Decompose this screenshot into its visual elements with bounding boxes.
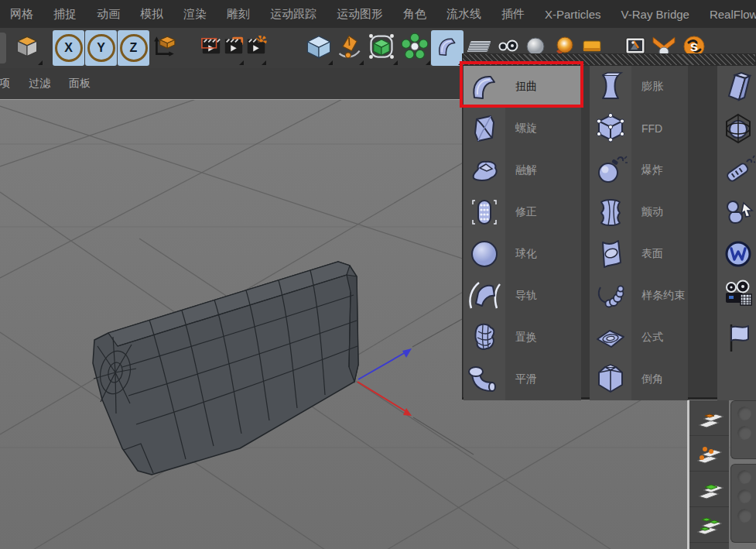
disabled-icon — [737, 426, 751, 440]
menu-mesh[interactable]: 网格 — [0, 7, 43, 22]
vp-menu-options[interactable]: 选项 — [0, 77, 10, 91]
bulge-icon — [590, 66, 631, 108]
menu-sculpt[interactable]: 雕刻 — [217, 7, 260, 22]
deformer-column-1: 扭曲 螺旋 融解 修正 球化 导轨 — [464, 66, 581, 400]
deformer-item-ffd[interactable]: FFD — [590, 108, 688, 149]
deformer-item-rail[interactable]: 导轨 — [464, 275, 581, 317]
subdivision-surface-icon — [368, 33, 395, 63]
axis-z-arrowhead — [402, 348, 412, 358]
menu-plugins[interactable]: 插件 — [491, 7, 535, 22]
explosion-icon — [590, 149, 631, 191]
deformer-item-bevel[interactable]: 倒角 — [590, 359, 688, 400]
formula-icon — [590, 317, 631, 359]
right-icon-strip — [689, 400, 729, 549]
strip-button-stairs-orange-dots[interactable] — [689, 436, 729, 472]
displacer-icon — [464, 317, 505, 359]
axis-x-red[interactable] — [357, 382, 405, 411]
cinema4d-window: 网格 捕捉 动画 模拟 渲染 雕刻 运动跟踪 运动图形 角色 流水线 插件 X-… — [0, 0, 756, 549]
render-settings-button[interactable] — [245, 30, 267, 66]
render-view-button[interactable] — [200, 30, 222, 66]
render-settings-icon — [245, 36, 267, 60]
morph-icon[interactable] — [717, 191, 756, 233]
deformer-item-displacer[interactable]: 置换 — [464, 317, 581, 359]
deformer-item-correction[interactable]: 修正 — [464, 191, 581, 233]
axis-x-arrowhead — [403, 408, 412, 416]
deformer-item-smoothing[interactable]: 平滑 — [464, 359, 581, 400]
strip-button-dotted-circle[interactable] — [689, 543, 729, 549]
menu-pipeline[interactable]: 流水线 — [436, 7, 491, 22]
axis-lock-x-button[interactable]: X — [53, 30, 84, 66]
explosion-fx-icon[interactable] — [717, 149, 756, 191]
strip-button-stairs-green[interactable] — [689, 472, 729, 507]
menu-mograph[interactable]: 运动图形 — [327, 7, 393, 22]
menu-vray-bridge[interactable]: V-Ray Bridge — [611, 8, 700, 21]
polygon-object[interactable] — [93, 262, 358, 475]
disabled-icon — [737, 489, 751, 503]
deformer-item-spherify[interactable]: 球化 — [464, 233, 581, 275]
camera-deformer-icon[interactable] — [717, 275, 756, 317]
deformer-item-formula[interactable]: 公式 — [590, 317, 688, 359]
disabled-icon — [737, 407, 751, 420]
menu-motion-tracker[interactable]: 运动跟踪 — [260, 7, 327, 22]
cube-primitive-button[interactable] — [304, 30, 334, 66]
render-picture-viewer-icon — [223, 36, 245, 60]
wind-icon[interactable] — [717, 317, 756, 359]
deformer-palette-button[interactable] — [431, 30, 464, 66]
clipped-toolbar-button[interactable] — [0, 33, 6, 63]
mograph-array-button[interactable] — [399, 30, 431, 66]
strip-button-stairs-green-dots[interactable] — [689, 507, 729, 543]
spline-pen-button[interactable] — [334, 30, 364, 66]
menu-animation[interactable]: 动画 — [87, 7, 130, 22]
vp-menu-panel[interactable]: 面板 — [69, 77, 91, 91]
coordinate-system-icon — [152, 34, 176, 62]
deformer-item-bend[interactable]: 扭曲 — [464, 66, 581, 108]
strip-button-stairs-orange[interactable] — [689, 400, 729, 436]
deformer-item-surface[interactable]: 表面 — [590, 233, 688, 275]
deformer-item-jiggle[interactable]: 颤动 — [590, 191, 688, 233]
surface-icon — [590, 233, 631, 275]
axis-lock-y-button[interactable]: Y — [85, 30, 117, 66]
ffd-icon — [590, 108, 631, 149]
deformer-item-bulge[interactable]: 膨胀 — [590, 66, 688, 108]
menu-realflow[interactable]: RealFlow — [700, 8, 756, 21]
mograph-array-icon — [401, 33, 429, 63]
bend-deformer-icon — [433, 33, 461, 63]
axis-y-icon: Y — [87, 34, 115, 62]
dock-group-1[interactable] — [730, 400, 756, 459]
shear-icon[interactable] — [717, 66, 756, 108]
menu-simulate[interactable]: 模拟 — [130, 7, 173, 22]
spherify-icon — [464, 233, 505, 275]
bend-icon — [464, 66, 505, 108]
axis-z-icon: Z — [120, 34, 148, 62]
vp-menu-filter[interactable]: 过滤 — [29, 77, 50, 91]
coordinate-system-button[interactable] — [150, 30, 178, 66]
spline-wrap-icon — [590, 275, 631, 317]
deformer-item-spline-wrap[interactable]: 样条约束 — [590, 275, 688, 317]
make-editable-icon — [15, 34, 39, 62]
menu-character[interactable]: 角色 — [393, 7, 436, 22]
bevel-icon — [590, 359, 631, 400]
axis-z-blue[interactable] — [358, 352, 405, 379]
menu-xparticles[interactable]: X-Particles — [535, 8, 611, 21]
right-dock-panel — [730, 400, 756, 549]
deformer-item-twist[interactable]: 螺旋 — [464, 108, 581, 149]
twist-icon — [464, 108, 505, 149]
mesh-icon[interactable] — [717, 108, 756, 149]
disabled-icon — [737, 470, 751, 484]
palette-grip-handle[interactable] — [463, 54, 755, 66]
menu-snap[interactable]: 捕捉 — [43, 7, 87, 22]
wrap-icon[interactable] — [717, 233, 756, 275]
axis-x-icon: X — [55, 34, 83, 62]
menu-render[interactable]: 渲染 — [173, 7, 217, 22]
make-editable-button[interactable] — [11, 30, 43, 66]
subdivision-surface-button[interactable] — [364, 30, 399, 66]
axis-lock-z-button[interactable]: Z — [118, 30, 149, 66]
correction-icon — [464, 191, 505, 233]
rail-icon — [464, 275, 505, 317]
render-to-picture-viewer-button[interactable] — [222, 30, 245, 66]
deformer-item-explosion[interactable]: 爆炸 — [590, 149, 688, 191]
deformer-item-melt[interactable]: 融解 — [464, 149, 581, 191]
dock-group-2[interactable] — [730, 464, 756, 543]
render-view-icon — [200, 36, 222, 60]
main-menubar: 网格 捕捉 动画 模拟 渲染 雕刻 运动跟踪 运动图形 角色 流水线 插件 X-… — [0, 0, 756, 29]
